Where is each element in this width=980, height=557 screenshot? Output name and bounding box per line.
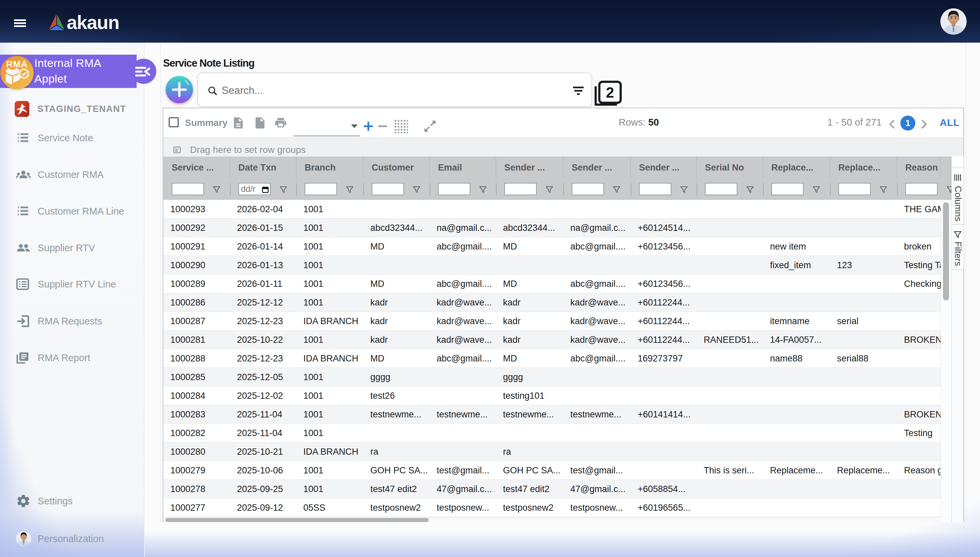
svg-text:2: 2 bbox=[606, 84, 614, 101]
